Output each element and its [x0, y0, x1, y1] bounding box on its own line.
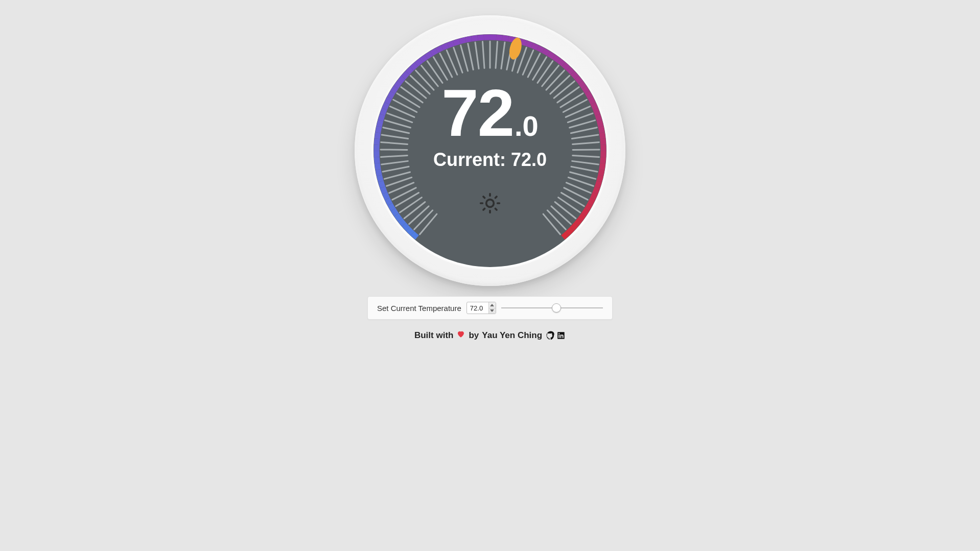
footer-author: Yau Yen Ching	[482, 330, 542, 341]
footer-built-with: Built with	[414, 330, 453, 341]
svg-line-60	[573, 150, 599, 150]
temp-slider[interactable]	[501, 307, 603, 308]
footer-credit: Built with by Yau Yen Ching	[414, 329, 566, 341]
linkedin-icon	[556, 331, 566, 340]
heart-icon	[456, 329, 465, 341]
temp-number-input-wrap	[466, 302, 496, 314]
svg-line-14	[381, 150, 407, 150]
spinner	[488, 302, 496, 314]
github-link[interactable]	[546, 331, 555, 340]
github-icon	[546, 331, 555, 340]
dial-svg	[374, 34, 606, 267]
linkedin-link[interactable]	[556, 331, 566, 340]
spinner-down-button[interactable]	[489, 308, 496, 314]
controls-panel: Set Current Temperature	[367, 296, 613, 320]
footer-by: by	[469, 330, 479, 341]
thermostat-dial[interactable]: 72 .0 Current: 72.0	[355, 15, 625, 286]
temp-slider-wrap	[501, 307, 603, 308]
spinner-up-button[interactable]	[489, 302, 496, 308]
controls-label: Set Current Temperature	[377, 304, 461, 313]
